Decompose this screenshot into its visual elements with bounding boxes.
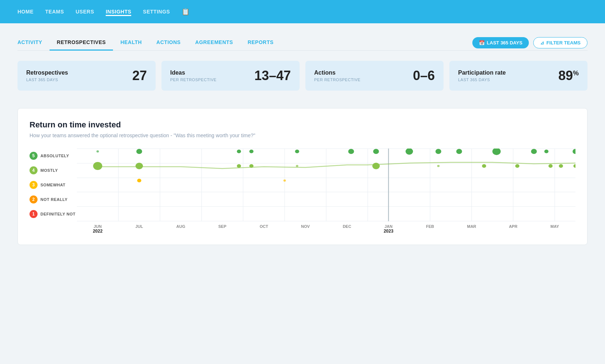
main-content: ACTIVITY RETROSPECTIVES HEALTH ACTIONS A… [0, 23, 605, 257]
chart-x-labels: JUN2022JULAUGSEPOCTNOVDECJAN2023FEBMARAP… [77, 221, 575, 236]
svg-point-38 [137, 179, 141, 182]
svg-point-21 [456, 149, 462, 154]
nav-item-users[interactable]: USERS [76, 7, 94, 16]
svg-point-39 [284, 179, 286, 182]
stat-sublabel-0: LAST 365 DAYS [26, 78, 68, 82]
svg-point-28 [237, 164, 241, 168]
y-badge-2: 2 [30, 195, 38, 203]
nav-item-teams[interactable]: TEAMS [45, 7, 64, 16]
stat-label-1: Ideas [170, 70, 216, 76]
svg-point-13 [136, 149, 142, 154]
x-label-may: MAY [534, 221, 575, 229]
y-label-text-4: MOSTLY [40, 168, 58, 173]
y-label-5: 5 ABSOLUTELY [30, 149, 77, 163]
tabs-row: ACTIVITY RETROSPECTIVES HEALTH ACTIONS A… [17, 35, 588, 51]
y-badge-1: 1 [30, 210, 38, 218]
x-month-sep: SEP [218, 224, 226, 229]
y-label-3: 3 SOMEWHAT [30, 178, 77, 192]
y-badge-3: 3 [30, 181, 38, 189]
x-label-aug: AUG [160, 221, 202, 229]
filter-teams-button[interactable]: ⊿ FILTER TEAMS [533, 37, 588, 48]
svg-point-25 [573, 149, 575, 154]
x-month-aug: AUG [176, 224, 185, 229]
svg-point-23 [531, 149, 537, 154]
x-label-jan: JAN2023 [368, 221, 409, 234]
x-label-jul: JUL [118, 221, 160, 229]
calendar-icon: 📅 [479, 40, 485, 46]
x-label-apr: APR [492, 221, 534, 229]
chart-svg [77, 149, 575, 221]
x-month-apr: APR [509, 224, 517, 229]
date-range-button[interactable]: 📅 LAST 365 DAYS [472, 37, 529, 48]
x-month-feb: FEB [426, 224, 434, 229]
y-label-2: 2 NOT REALLY [30, 192, 77, 207]
stat-label-3: Participation rate [458, 70, 506, 76]
y-label-text-2: NOT REALLY [40, 197, 67, 202]
x-month-may: MAY [550, 224, 559, 229]
x-month-mar: MAR [467, 224, 476, 229]
svg-point-33 [482, 164, 486, 168]
svg-point-20 [436, 149, 441, 154]
x-month-dec: DEC [343, 224, 351, 229]
svg-point-32 [437, 165, 440, 167]
svg-point-37 [573, 164, 575, 168]
tabs-left: ACTIVITY RETROSPECTIVES HEALTH ACTIONS A… [17, 35, 472, 50]
svg-point-29 [249, 164, 253, 168]
svg-point-16 [295, 150, 299, 153]
x-month-nov: NOV [301, 224, 310, 229]
filter-icon: ⊿ [540, 40, 544, 46]
nav-clipboard-icon[interactable]: 📋 [182, 8, 190, 16]
x-month-jun: JUN [94, 224, 102, 229]
y-label-text-5: ABSOLUTELY [40, 154, 69, 158]
tab-reports[interactable]: REPORTS [240, 35, 281, 51]
tab-agreements[interactable]: AGREEMENTS [188, 35, 241, 51]
svg-point-22 [492, 149, 501, 155]
x-label-oct: OCT [243, 221, 285, 229]
stat-card-actions: Actions PER RETROSPECTIVE 0–6 [305, 61, 444, 91]
stat-value-3: 89% [558, 68, 579, 83]
date-range-label: LAST 365 DAYS [487, 40, 523, 46]
stat-value-1: 13–47 [254, 68, 291, 83]
x-month-jan: JAN [385, 224, 393, 229]
x-label-dec: DEC [326, 221, 368, 229]
chart-subtitle: How your teams answered the optional ret… [30, 132, 575, 138]
svg-point-31 [372, 163, 380, 169]
tab-activity[interactable]: ACTIVITY [17, 35, 50, 51]
x-label-sep: SEP [202, 221, 243, 229]
stat-value-0: 27 [132, 68, 147, 83]
x-year-jan: 2023 [384, 229, 394, 234]
nav-item-home[interactable]: HOME [17, 7, 34, 16]
x-month-jul: JUL [136, 224, 143, 229]
y-label-1: 1 DEFINITELY NOT [30, 207, 77, 221]
tab-retrospectives[interactable]: RETROSPECTIVES [50, 35, 113, 51]
x-label-jun: JUN2022 [77, 221, 118, 234]
svg-point-18 [373, 149, 379, 154]
nav-item-insights[interactable]: INSIGHTS [106, 7, 131, 16]
y-badge-4: 4 [30, 166, 38, 174]
stat-card-retrospectives: Retrospectives LAST 365 DAYS 27 [17, 61, 156, 91]
svg-point-24 [544, 150, 549, 153]
stat-cards: Retrospectives LAST 365 DAYS 27 Ideas PE… [17, 61, 588, 91]
chart-section: Return on time invested How your teams a… [17, 108, 588, 245]
svg-point-34 [515, 164, 519, 168]
y-label-text-3: SOMEWHAT [40, 183, 66, 187]
stat-sublabel-1: PER RETROSPECTIVE [170, 78, 216, 82]
tabs-right: 📅 LAST 365 DAYS ⊿ FILTER TEAMS [472, 37, 588, 48]
tab-health[interactable]: HEALTH [113, 35, 149, 51]
x-label-nov: NOV [285, 221, 326, 229]
stat-label-2: Actions [314, 70, 360, 76]
chart-y-labels: 5 ABSOLUTELY 4 MOSTLY 3 SOMEWHAT 2 NOT R… [30, 149, 77, 236]
tab-actions[interactable]: ACTIONS [149, 35, 188, 51]
svg-point-30 [296, 165, 298, 167]
chart-plot: JUN2022JULAUGSEPOCTNOVDECJAN2023FEBMARAP… [77, 149, 575, 236]
stat-card-ideas: Ideas PER RETROSPECTIVE 13–47 [161, 61, 300, 91]
svg-point-35 [549, 164, 553, 168]
nav-item-settings[interactable]: SETTINGS [143, 7, 170, 16]
stat-sublabel-3: LAST 365 DAYS [458, 78, 506, 82]
chart-title: Return on time invested [30, 120, 575, 130]
y-label-text-1: DEFINITELY NOT [40, 212, 75, 216]
svg-point-36 [559, 164, 563, 168]
svg-point-27 [136, 163, 143, 169]
svg-point-15 [249, 150, 253, 153]
svg-point-14 [237, 150, 241, 153]
